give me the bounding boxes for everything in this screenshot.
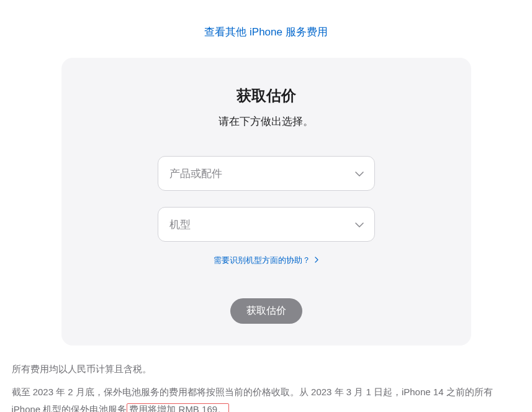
identify-model-link[interactable]: 需要识别机型方面的协助？: [214, 255, 319, 265]
footnote-price-change: 截至 2023 年 2 月底，保外电池服务的费用都将按照当前的价格收取。从 20…: [12, 383, 521, 413]
model-select-wrap: 机型: [158, 207, 375, 242]
product-select[interactable]: 产品或配件: [158, 156, 375, 191]
model-select[interactable]: 机型: [158, 207, 375, 242]
help-link-label: 需要识别机型方面的协助？: [214, 255, 310, 265]
footnote-tax: 所有费用均以人民币计算且含税。: [12, 360, 521, 378]
get-estimate-button[interactable]: 获取估价: [230, 298, 302, 324]
chevron-right-icon: [315, 255, 318, 265]
footnote-text-a: 截至 2023 年 2 月底，保外电池服务的费用都将按照当前的价格收取。从 20…: [12, 387, 493, 413]
card-subtitle: 请在下方做出选择。: [92, 114, 440, 129]
estimate-card: 获取估价 请在下方做出选择。 产品或配件 机型 需要识别机型方面的协助？ 获取估…: [61, 58, 471, 346]
product-select-wrap: 产品或配件: [158, 156, 375, 191]
help-link-wrap: 需要识别机型方面的协助？: [92, 254, 440, 266]
other-services-link[interactable]: 查看其他 iPhone 服务费用: [204, 26, 327, 38]
footnote: 所有费用均以人民币计算且含税。 截至 2023 年 2 月底，保外电池服务的费用…: [6, 360, 527, 412]
top-link-wrap: 查看其他 iPhone 服务费用: [0, 0, 532, 58]
card-title: 获取估价: [92, 86, 440, 106]
highlight-annotation: 费用将增加 RMB 169。: [127, 403, 229, 412]
